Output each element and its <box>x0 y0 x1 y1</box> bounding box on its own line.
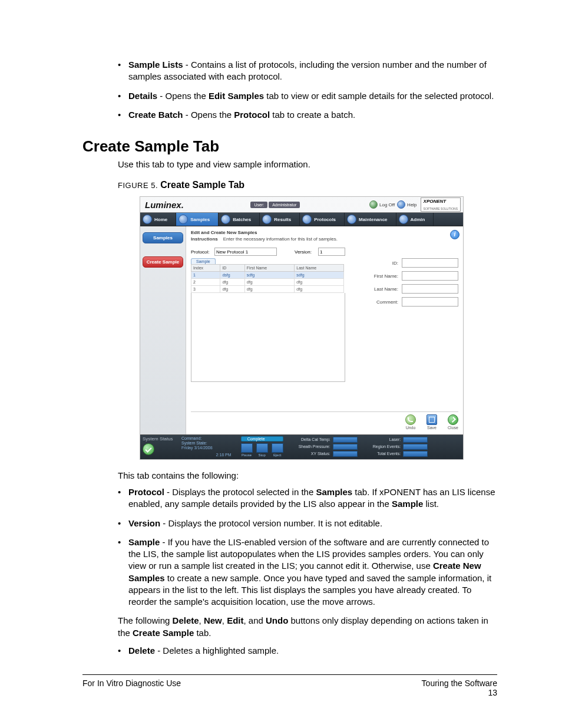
section-intro: Use this tab to type and view sample inf… <box>118 159 497 169</box>
nav-icon <box>178 215 188 224</box>
nav-icon <box>221 215 230 224</box>
save-button[interactable]: Save <box>427 414 437 430</box>
side-tabs: SamplesCreate Sample <box>140 226 186 434</box>
nav-tab-maintenance[interactable]: Maintenance <box>345 213 396 226</box>
protocol-label: Protocol: <box>191 249 214 255</box>
figure-title: Create Sample Tab <box>160 180 244 190</box>
complete-pill: Complete <box>241 436 283 442</box>
panel-instructions: Instructions Enter the necessary informa… <box>191 236 458 242</box>
status-bar: System Status Command: System State: Fri… <box>140 434 463 459</box>
app-screenshot: Luminex. User: Administrator Log Off Hel… <box>140 196 464 460</box>
nav-tab-results[interactable]: Results <box>260 213 300 226</box>
info-icon[interactable]: i <box>450 230 459 239</box>
bullet-list-mid: •Protocol - Displays the protocol select… <box>118 486 497 608</box>
paragraph: The following Delete, New, Edit, and Und… <box>118 615 497 639</box>
brand-logo: Luminex. <box>143 200 184 210</box>
status-ok-icon <box>143 443 154 455</box>
user-label: User: <box>250 202 267 208</box>
nav-icon <box>347 215 356 224</box>
user-value: Administrator <box>269 202 300 208</box>
table-row[interactable]: 3dfgdfgdfg <box>191 286 344 293</box>
after-figure-text: This tab contains the following: <box>118 470 497 480</box>
nav-icon <box>399 215 408 224</box>
action-bar: UndoSaveClose <box>191 411 458 430</box>
nav-tab-home[interactable]: Home <box>140 213 176 226</box>
form-input[interactable] <box>402 258 458 268</box>
protocol-input[interactable] <box>214 248 277 256</box>
nav-icon <box>143 215 152 224</box>
product-badge: XPONENTSOFTWARE SOLUTIONS <box>421 197 461 212</box>
save-icon <box>427 414 437 425</box>
main-panel: i Edit and Create New Samples Instructio… <box>186 226 463 434</box>
close-icon <box>448 414 458 425</box>
eject-button[interactable] <box>272 443 283 453</box>
footer-left: For In Vitro Diagnostic Use <box>82 678 181 697</box>
system-state-label: System State: <box>181 441 213 445</box>
system-status-label: System Status <box>143 436 178 442</box>
footer-right-title: Touring the Software <box>422 678 497 688</box>
version-label: Version: <box>295 249 318 255</box>
grid-tab[interactable]: Sample <box>191 258 216 264</box>
section-heading: Create Sample Tab <box>82 137 497 156</box>
table-row[interactable]: 1dsfgsdfgsdfg <box>191 272 344 279</box>
stop-button[interactable] <box>256 443 268 453</box>
nav-icon <box>302 215 312 224</box>
close-button[interactable]: Close <box>448 414 458 430</box>
logoff-button[interactable]: Log Off <box>369 200 395 209</box>
sample-form: ID:First Name:Last Name:Comment: <box>369 258 458 382</box>
form-input[interactable] <box>402 271 458 281</box>
protocol-row: Protocol: Version: <box>191 248 458 256</box>
footer-page-number: 13 <box>488 688 497 697</box>
undo-button[interactable]: Undo <box>405 414 416 430</box>
panel-title: Edit and Create New Samples <box>191 230 458 235</box>
bullet-list-bot: •Delete - Deletes a highlighted sample. <box>118 645 497 657</box>
form-input[interactable] <box>402 297 458 307</box>
help-button[interactable]: Help <box>397 200 416 209</box>
main-nav: HomeSamplesBatchesResultsProtocolsMainte… <box>140 212 463 226</box>
nav-icon <box>262 215 272 224</box>
version-input <box>318 248 345 256</box>
table-row[interactable]: 2dfgdfgdfg <box>191 279 344 286</box>
figure-caption: FIGURE 5. Create Sample Tab <box>118 180 497 190</box>
side-tab-create-sample[interactable]: Create Sample <box>143 256 183 268</box>
form-input[interactable] <box>402 284 458 294</box>
command-label: Command: <box>181 436 213 440</box>
nav-tab-batches[interactable]: Batches <box>219 213 260 226</box>
undo-icon <box>405 414 416 425</box>
bullet-list-top: •Sample Lists - Contains a list of proto… <box>118 59 497 121</box>
title-bar: Luminex. User: Administrator Log Off Hel… <box>140 197 463 212</box>
nav-tab-protocols[interactable]: Protocols <box>300 213 345 226</box>
nav-tab-admin[interactable]: Admin <box>396 213 434 226</box>
page-footer: For In Vitro Diagnostic Use Touring the … <box>82 674 497 697</box>
sample-grid[interactable]: IndexIDFirst NameLast Name1dsfgsdfgsdfg2… <box>191 264 344 293</box>
figure-number: FIGURE 5. <box>118 181 158 190</box>
pause-button[interactable] <box>241 443 253 453</box>
nav-tab-samples[interactable]: Samples <box>176 213 219 226</box>
side-tab-samples[interactable]: Samples <box>143 232 183 243</box>
